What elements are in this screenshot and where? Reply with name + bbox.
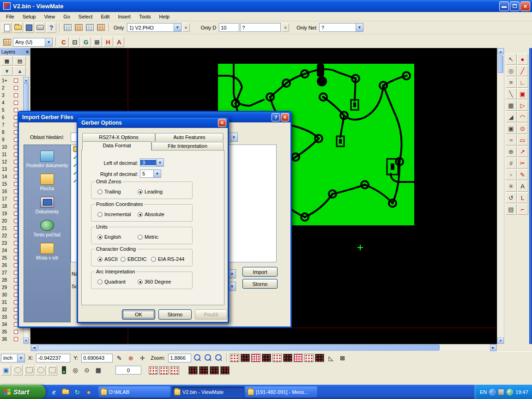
layer-type-combo[interactable]: Any (U) ▼ (13, 38, 53, 47)
layer-color-swatch[interactable] (14, 93, 18, 97)
dcode-table-icon[interactable] (85, 23, 95, 33)
radio-icon[interactable] (138, 279, 143, 284)
layer-color-icon[interactable] (2, 37, 12, 47)
right-decimal-combo[interactable]: 5 ▼ (140, 169, 161, 178)
only-net-label[interactable]: Only Net (295, 25, 318, 30)
layer-color-swatch[interactable] (14, 108, 18, 112)
internet-explorer-icon[interactable]: e (49, 387, 59, 397)
pad-display-icon[interactable] (188, 366, 198, 375)
import-button[interactable]: Import (242, 267, 278, 277)
ring-select-icon[interactable]: ⊙ (82, 365, 92, 375)
radio-leading[interactable]: Leading (138, 189, 163, 194)
radio-icon[interactable] (97, 212, 103, 217)
scroll-up-icon[interactable]: ▲ (24, 77, 29, 83)
draw-tool-icon[interactable]: ⊕ (506, 146, 517, 157)
dropdown-arrow-icon[interactable]: ▼ (45, 38, 52, 46)
edit-tool-icon[interactable]: ↗ (520, 148, 525, 155)
edit-tool-icon[interactable]: ⊙ (520, 125, 525, 132)
print-icon[interactable] (35, 23, 45, 33)
layer-move-down-icon[interactable]: ▼ (1, 66, 13, 76)
grid-toggle-icon[interactable]: ▦ (93, 365, 103, 375)
draw-tool-icon[interactable]: ≈ (506, 134, 517, 145)
draw-tool-icon[interactable]: ▫ (506, 169, 517, 180)
draw-tool-icon[interactable]: ▦ (506, 100, 517, 111)
net-combo[interactable]: ? ▼ (319, 23, 363, 32)
active-dcode-value[interactable]: 0 (115, 366, 141, 375)
radio-icon[interactable] (138, 212, 143, 217)
circle-select-icon[interactable]: ◎ (70, 365, 80, 375)
menu-item[interactable]: Help (155, 13, 174, 20)
place-item[interactable]: Dokumenty (24, 194, 70, 217)
display-mode-icon[interactable] (315, 354, 324, 362)
radio-icon[interactable] (97, 189, 103, 194)
canvas-hscrollbar[interactable]: ◀ ▶ (30, 344, 497, 351)
edit-tool-icon[interactable]: ▷ (520, 102, 525, 109)
edit-tool-icon[interactable]: L (521, 194, 524, 201)
menu-item[interactable]: Setup (18, 13, 40, 20)
place-item[interactable]: Plocha (24, 171, 70, 194)
maximize-button[interactable] (510, 1, 520, 11)
edit-tool-icon[interactable]: ⌐ (521, 206, 525, 213)
display-mode-icon[interactable] (262, 354, 271, 362)
tab-file-interpretation[interactable]: File Interpretation (151, 142, 224, 150)
snapshot-icon[interactable]: ▣ (1, 365, 11, 375)
start-button[interactable]: Start (0, 385, 46, 399)
scroll-right-icon[interactable]: ▶ (490, 345, 496, 351)
radio-icon[interactable] (97, 235, 103, 240)
gerber-dialog-titlebar[interactable]: Gerber Options × (78, 118, 228, 128)
dropdown-arrow-icon[interactable]: ▼ (174, 24, 181, 31)
clock[interactable]: 19:47 (515, 389, 528, 395)
draw-tool-icon[interactable]: # (506, 157, 517, 169)
scroll-left-icon[interactable]: ◀ (31, 345, 37, 351)
radio-360-degree[interactable]: 360 Degree (138, 279, 171, 284)
import-cancel-button[interactable]: Storno (242, 279, 278, 289)
draw-tool-icon[interactable]: ▤ (506, 204, 517, 215)
draw-tool-icon[interactable]: ↺ (506, 192, 517, 203)
anchor-icon[interactable]: ✛ (137, 353, 147, 363)
radio-english[interactable]: English (97, 234, 121, 240)
place-item[interactable]: Tento počítač (24, 217, 70, 240)
layer-tool-icon[interactable]: C (61, 39, 66, 46)
menu-item[interactable]: Insert (114, 13, 135, 20)
layer-color-swatch[interactable] (14, 337, 18, 341)
dropdown-arrow-icon[interactable]: ▼ (153, 170, 161, 177)
zoom-in-icon[interactable] (193, 353, 202, 363)
taskbar-task-button[interactable]: V2.bin - ViewMate (172, 387, 244, 398)
dropdown-arrow-icon[interactable]: ▼ (356, 24, 363, 31)
dialog-close-icon[interactable]: × (218, 119, 226, 127)
highlight-state-icon[interactable] (59, 365, 69, 375)
dropdown-arrow-icon[interactable]: ▼ (156, 159, 163, 166)
pad-display-icon[interactable] (210, 366, 219, 375)
edit-tool-icon[interactable]: ✎ (520, 171, 525, 178)
layer-color-swatch[interactable] (14, 330, 18, 334)
dcode-query-input[interactable]: ? (240, 23, 281, 32)
minimize-button[interactable]: ▬ (499, 1, 509, 11)
radio-incremental[interactable]: Incremental (97, 212, 131, 217)
menu-item[interactable]: Tools (135, 13, 155, 20)
scroll-thumb[interactable] (498, 55, 503, 73)
only-layer-label[interactable]: Only (112, 25, 126, 30)
canvas-vscrollbar[interactable]: ▲ ▼ (497, 48, 504, 344)
tab-rs274x-options[interactable]: RS274-X Options (82, 133, 155, 141)
radio-icon[interactable] (121, 257, 126, 262)
select-polygon-icon[interactable] (24, 365, 34, 375)
layer-tool-icon[interactable]: ⊞ (95, 39, 100, 46)
ok-button[interactable]: OK (122, 309, 155, 320)
select-window-icon[interactable] (12, 365, 23, 375)
select-outside-icon[interactable] (47, 365, 57, 375)
radio-icon[interactable] (138, 189, 143, 194)
draw-tool-icon[interactable]: ▣ (506, 123, 517, 134)
origin-icon[interactable]: ⊕ (126, 353, 136, 363)
dropdown-arrow-icon[interactable]: ▼ (228, 282, 236, 290)
radio-icon[interactable] (97, 279, 103, 284)
pad-display-icon[interactable] (220, 366, 230, 375)
place-item[interactable]: Místa v síti (24, 240, 70, 263)
display-mode-icon[interactable] (230, 354, 239, 362)
edit-tool-icon[interactable]: ▣ (520, 91, 525, 97)
radio-icon[interactable] (151, 257, 156, 262)
draw-tool-icon[interactable]: ◢ (506, 111, 517, 122)
edit-tool-icon[interactable]: ✂ (520, 160, 525, 167)
layer-tool-icon[interactable]: A (117, 39, 121, 46)
menu-item[interactable]: Go (59, 13, 74, 20)
select-inside-icon[interactable] (36, 365, 46, 375)
